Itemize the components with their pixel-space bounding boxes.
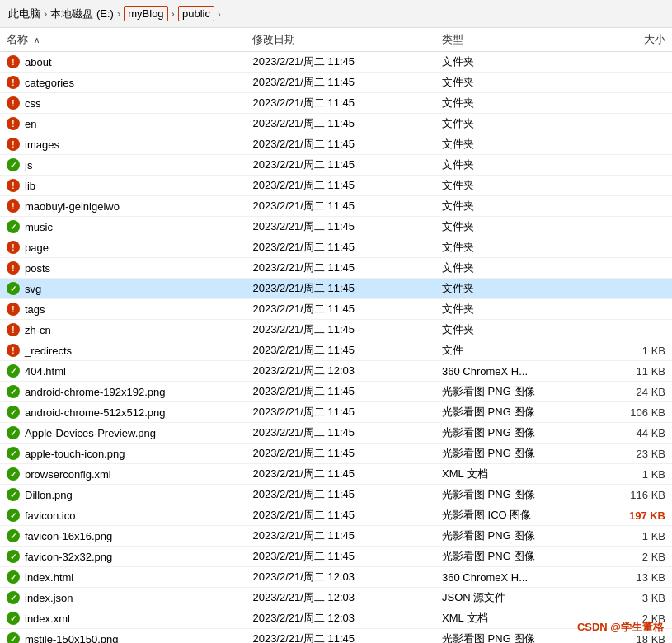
- watermark: CSDN @学生董格: [577, 620, 664, 635]
- file-name-cell: ! posts: [0, 258, 246, 279]
- table-row[interactable]: ✓ index.html 2023/2/21/周二 12:03360 Chrom…: [0, 567, 672, 588]
- table-row[interactable]: ✓ index.xml 2023/2/21/周二 12:03XML 文档2 KB: [0, 608, 672, 629]
- file-status-icon: ✓: [7, 591, 20, 604]
- table-row[interactable]: ! en 2023/2/21/周二 11:45文件夹: [0, 114, 672, 134]
- file-type: 光影看图 ICO 图像: [435, 505, 596, 526]
- file-type: 文件夹: [435, 114, 596, 134]
- file-size: [596, 299, 672, 320]
- col-header-type[interactable]: 类型: [435, 28, 596, 52]
- file-name: index.json: [25, 592, 73, 604]
- table-row[interactable]: ! about 2023/2/21/周二 11:45文件夹: [0, 52, 672, 73]
- table-row[interactable]: ✓ apple-touch-icon.png 2023/2/21/周二 11:4…: [0, 444, 672, 464]
- file-name-cell: ✓ apple-touch-icon.png: [0, 444, 246, 464]
- file-type: 文件夹: [435, 217, 596, 237]
- file-type: XML 文档: [435, 608, 596, 629]
- table-row[interactable]: ✓ js 2023/2/21/周二 11:45文件夹: [0, 155, 672, 176]
- col-header-size[interactable]: 大小: [596, 28, 672, 52]
- file-size: [596, 73, 672, 93]
- file-type: 文件夹: [435, 155, 596, 176]
- breadcrumb-sep-1: ›: [44, 7, 47, 20]
- file-size: 13 KB: [596, 567, 672, 588]
- table-row[interactable]: ! css 2023/2/21/周二 11:45文件夹: [0, 93, 672, 114]
- file-size: [596, 52, 672, 73]
- file-size: 23 KB: [596, 444, 672, 464]
- col-header-name[interactable]: 名称 ∧: [0, 28, 246, 52]
- file-name-cell: ! about: [0, 52, 246, 73]
- breadcrumb-computer[interactable]: 此电脑: [8, 7, 40, 21]
- table-row[interactable]: ! maobuyi-geinigeiwo 2023/2/21/周二 11:45文…: [0, 196, 672, 217]
- table-row[interactable]: ✓ favicon-16x16.png 2023/2/21/周二 11:45光影…: [0, 526, 672, 547]
- table-row[interactable]: ! _redirects 2023/2/21/周二 11:45文件1 KB: [0, 340, 672, 361]
- file-type: 文件夹: [435, 320, 596, 340]
- table-row[interactable]: ! lib 2023/2/21/周二 11:45文件夹: [0, 176, 672, 196]
- table-row[interactable]: ! posts 2023/2/21/周二 11:45文件夹: [0, 258, 672, 279]
- file-size: 3 KB: [596, 588, 672, 608]
- file-type: 文件夹: [435, 176, 596, 196]
- file-status-icon: !: [7, 55, 20, 68]
- file-date: 2023/2/21/周二 11:45: [246, 299, 435, 320]
- table-row[interactable]: ✓ 404.html 2023/2/21/周二 12:03360 ChromeX…: [0, 361, 672, 382]
- file-type: 光影看图 PNG 图像: [435, 444, 596, 464]
- breadcrumb-drive[interactable]: 本地磁盘 (E:): [50, 7, 114, 21]
- file-name-cell: ! images: [0, 134, 246, 155]
- file-date: 2023/2/21/周二 11:45: [246, 340, 435, 361]
- file-name: posts: [25, 262, 50, 275]
- table-row[interactable]: ! images 2023/2/21/周二 11:45文件夹: [0, 134, 672, 155]
- file-type: 光影看图 PNG 图像: [435, 629, 596, 644]
- table-row[interactable]: ✓ index.json 2023/2/21/周二 12:03JSON 源文件3…: [0, 588, 672, 608]
- table-row[interactable]: ✓ Dillon.png 2023/2/21/周二 11:45光影看图 PNG …: [0, 485, 672, 505]
- table-row[interactable]: ✓ android-chrome-512x512.png 2023/2/21/周…: [0, 402, 672, 423]
- file-type: 文件夹: [435, 93, 596, 114]
- file-type: 光影看图 PNG 图像: [435, 547, 596, 567]
- breadcrumb-bar: 此电脑 › 本地磁盘 (E:) › myBlog › public ›: [0, 0, 672, 28]
- file-name-cell: ! page: [0, 237, 246, 258]
- table-row[interactable]: ✓ android-chrome-192x192.png 2023/2/21/周…: [0, 382, 672, 402]
- file-type: 文件夹: [435, 196, 596, 217]
- breadcrumb-public[interactable]: public: [178, 6, 214, 21]
- file-status-icon: ✓: [7, 509, 20, 522]
- file-name-cell: ! en: [0, 114, 246, 134]
- table-row[interactable]: ✓ favicon-32x32.png 2023/2/21/周二 11:45光影…: [0, 547, 672, 567]
- breadcrumb-myblog[interactable]: myBlog: [124, 6, 167, 21]
- file-status-icon: ✓: [7, 570, 20, 584]
- file-date: 2023/2/21/周二 11:45: [246, 176, 435, 196]
- col-header-date[interactable]: 修改日期: [246, 28, 435, 52]
- file-size: [596, 217, 672, 237]
- file-name-cell: ✓ js: [0, 155, 246, 176]
- table-row[interactable]: ✓ music 2023/2/21/周二 11:45文件夹: [0, 217, 672, 237]
- file-name-cell: ✓ index.html: [0, 567, 246, 588]
- file-date: 2023/2/21/周二 11:45: [246, 629, 435, 644]
- file-table: 名称 ∧ 修改日期 类型 大小 ! about 2023/2/21/周二 11:…: [0, 28, 672, 643]
- file-name: lib: [25, 180, 35, 192]
- file-name: android-chrome-192x192.png: [25, 386, 166, 398]
- table-row[interactable]: ✓ Apple-Devices-Preview.png 2023/2/21/周二…: [0, 423, 672, 444]
- sort-arrow: ∧: [34, 35, 40, 45]
- table-row[interactable]: ✓ mstile-150x150.png 2023/2/21/周二 11:45光…: [0, 629, 672, 644]
- file-date: 2023/2/21/周二 11:45: [246, 134, 435, 155]
- file-size: [596, 114, 672, 134]
- file-name-cell: ✓ favicon-32x32.png: [0, 547, 246, 567]
- table-row[interactable]: ✓ browserconfig.xml 2023/2/21/周二 11:45XM…: [0, 464, 672, 485]
- table-row[interactable]: ! tags 2023/2/21/周二 11:45文件夹: [0, 299, 672, 320]
- file-status-icon: ✓: [7, 364, 20, 378]
- file-date: 2023/2/21/周二 11:45: [246, 258, 435, 279]
- table-row[interactable]: ✓ favicon.ico 2023/2/21/周二 11:45光影看图 ICO…: [0, 505, 672, 526]
- file-status-icon: ✓: [7, 467, 20, 481]
- table-row[interactable]: ! zh-cn 2023/2/21/周二 11:45文件夹: [0, 320, 672, 340]
- file-status-icon: ✓: [7, 406, 20, 419]
- breadcrumb-sep-2: ›: [117, 7, 120, 20]
- file-name: android-chrome-512x512.png: [25, 406, 166, 419]
- column-header-row: 名称 ∧ 修改日期 类型 大小: [0, 28, 672, 52]
- table-row[interactable]: ! page 2023/2/21/周二 11:45文件夹: [0, 237, 672, 258]
- table-row[interactable]: ! categories 2023/2/21/周二 11:45文件夹: [0, 73, 672, 93]
- file-type: 光影看图 PNG 图像: [435, 382, 596, 402]
- file-status-icon: ✓: [7, 447, 20, 460]
- file-status-icon: ✓: [7, 529, 20, 542]
- file-type: 光影看图 PNG 图像: [435, 402, 596, 423]
- file-name: tags: [25, 303, 45, 316]
- file-size: 1 KB: [596, 526, 672, 547]
- file-type: 文件: [435, 340, 596, 361]
- file-name: svg: [25, 283, 41, 295]
- table-row[interactable]: ✓ svg 2023/2/21/周二 11:45文件夹: [0, 279, 672, 299]
- file-name-cell: ✓ browserconfig.xml: [0, 464, 246, 485]
